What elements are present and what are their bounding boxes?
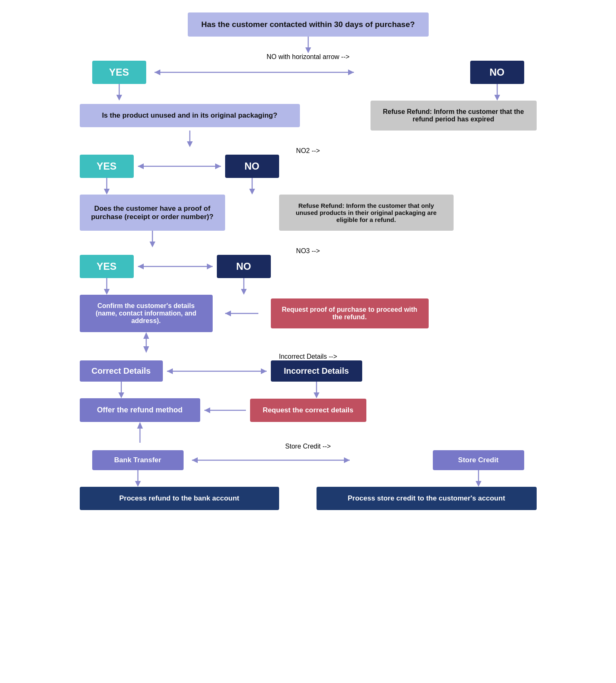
- arrow-down-no1: [489, 84, 506, 101]
- svg-marker-24: [104, 289, 110, 295]
- svg-marker-29: [143, 332, 149, 339]
- svg-marker-41: [137, 422, 143, 429]
- start-question-box: Has the customer contacted within 30 day…: [188, 12, 429, 37]
- offer-refund-box: Offer the refund method: [80, 398, 200, 422]
- arrow-down-bank: [130, 470, 146, 487]
- svg-marker-45: [344, 457, 350, 463]
- svg-marker-21: [138, 264, 144, 269]
- svg-marker-34: [261, 368, 267, 374]
- arrow-updown-confirm: [138, 332, 155, 353]
- svg-marker-22: [207, 264, 213, 269]
- svg-marker-17: [249, 189, 255, 195]
- correct-details-box: Correct Details: [80, 360, 163, 382]
- arrow-down-q3: [144, 231, 161, 247]
- h-arrow-details: [163, 363, 271, 380]
- svg-marker-49: [476, 481, 481, 487]
- question3-box: Does the customer have a proof of purcha…: [80, 195, 225, 231]
- h-arrow-offer: [200, 402, 250, 419]
- svg-marker-10: [187, 141, 193, 147]
- h-arrow-confirm: [221, 305, 263, 322]
- store-credit-box: Store Credit: [433, 450, 524, 470]
- arrow-down-correct: [113, 382, 130, 398]
- svg-marker-26: [241, 289, 247, 295]
- svg-marker-40: [204, 407, 210, 413]
- arrow-down-store: [470, 470, 487, 487]
- svg-marker-6: [116, 95, 122, 101]
- arrow-down-incorrect: [308, 382, 325, 398]
- svg-marker-33: [167, 368, 173, 374]
- svg-marker-47: [135, 481, 141, 487]
- process-store-box: Process store credit to the customer's a…: [317, 487, 537, 510]
- arrow-down-q2: [182, 131, 198, 147]
- svg-marker-19: [150, 242, 155, 247]
- svg-marker-13: [215, 163, 221, 169]
- svg-marker-44: [192, 457, 198, 463]
- arrow-down-yes1: [111, 84, 128, 101]
- yes1-box: YES: [92, 61, 146, 84]
- incorrect-details-box: Incorrect Details: [271, 360, 362, 382]
- svg-marker-12: [138, 163, 144, 169]
- arrow-down-yes3: [98, 278, 115, 295]
- h-arrow-1: [150, 64, 466, 81]
- question2-box: Is the product unused and in its origina…: [80, 104, 300, 127]
- refuse-packaging-box: Refuse Refund: Inform the customer that …: [279, 195, 454, 231]
- svg-marker-36: [118, 392, 124, 398]
- request-correct-box: Request the correct details: [250, 399, 366, 422]
- svg-marker-3: [155, 69, 160, 75]
- process-bank-box: Process refund to the bank account: [80, 487, 279, 510]
- no1-box: NO: [470, 61, 524, 84]
- arrow-down-no2: [244, 178, 260, 195]
- request-proof-box: Request proof of purchase to proceed wit…: [271, 298, 429, 328]
- confirm-details-box: Confirm the customer's details (name, co…: [80, 295, 213, 332]
- svg-marker-8: [494, 95, 500, 101]
- arrow-updown-offer: [132, 422, 148, 443]
- yes2-box: YES: [80, 155, 134, 178]
- h-arrow-3: [134, 258, 217, 275]
- svg-marker-28: [225, 311, 231, 316]
- h-arrow-2: [134, 158, 225, 175]
- arrow-down-no3: [236, 278, 252, 295]
- flowchart: Has the customer contacted within 30 day…: [80, 12, 537, 671]
- arrow-down-1: [300, 37, 317, 53]
- svg-marker-31: [143, 346, 149, 353]
- arrow-down-yes2: [98, 178, 115, 195]
- svg-marker-38: [314, 392, 319, 398]
- no2-box: NO: [225, 155, 279, 178]
- bank-transfer-box: Bank Transfer: [92, 450, 184, 470]
- svg-marker-15: [104, 189, 110, 195]
- svg-marker-1: [305, 47, 311, 53]
- yes3-box: YES: [80, 255, 134, 278]
- no3-box: NO: [217, 255, 271, 278]
- h-arrow-payment: [188, 452, 429, 468]
- refuse-expired-box: Refuse Refund: Inform the customer that …: [371, 101, 537, 131]
- svg-marker-4: [348, 69, 354, 75]
